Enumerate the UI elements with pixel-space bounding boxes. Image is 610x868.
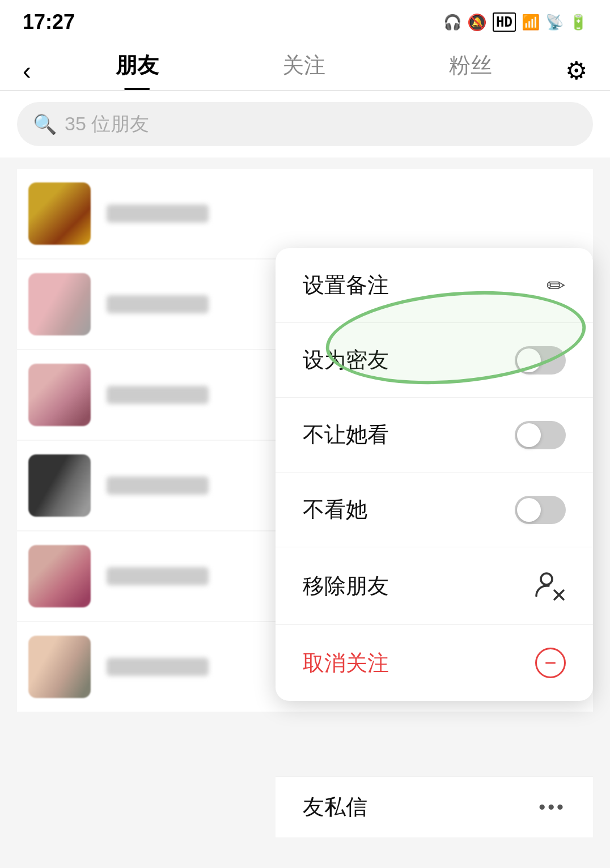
bottom-partial-label: 友私信 (303, 793, 367, 822)
menu-item-label-remove-friend: 移除朋友 (303, 572, 389, 601)
menu-item-label-hide-her: 不看她 (303, 495, 367, 524)
search-bar[interactable]: 🔍 35 位朋友 (17, 102, 593, 146)
avatar (28, 273, 91, 335)
friend-name (107, 295, 209, 313)
bottom-partial-item: 友私信 ••• (276, 776, 593, 837)
settings-button[interactable]: ⚙ (565, 56, 587, 85)
avatar (28, 636, 91, 698)
menu-item-label-close-friend: 设为密友 (303, 346, 389, 375)
context-menu: 设置备注 ✏ 设为密友 不让她看 不看她 移除朋友 (276, 248, 593, 701)
menu-item-close-friend[interactable]: 设为密友 (276, 323, 593, 398)
unfollow-icon: − (535, 648, 566, 678)
avatar (28, 545, 91, 607)
search-container: 🔍 35 位朋友 (0, 91, 610, 158)
tab-fans[interactable]: 粉丝 (449, 51, 492, 90)
status-icons: 🎧 🔕 HD 📶 📡 🔋 (443, 12, 587, 32)
friend-name (107, 476, 209, 495)
menu-item-label-unfollow: 取消关注 (303, 649, 389, 678)
nav-tabs: 朋友 关注 粉丝 (54, 51, 554, 90)
tab-following[interactable]: 关注 (282, 51, 325, 90)
friend-name (107, 567, 209, 585)
remove-user-icon (534, 570, 566, 602)
menu-item-label-set-remark: 设置备注 (303, 271, 389, 300)
friend-name (107, 658, 209, 676)
status-bar: 17:27 🎧 🔕 HD 📶 📡 🔋 (0, 0, 610, 40)
battery-icon: 🔋 (569, 14, 587, 31)
avatar (28, 182, 91, 245)
avatar (28, 364, 91, 426)
mute-icon: 🔕 (467, 13, 487, 32)
friend-name (107, 386, 209, 404)
menu-item-set-remark[interactable]: 设置备注 ✏ (276, 248, 593, 323)
wifi-icon: 📡 (545, 14, 564, 31)
menu-item-unfollow[interactable]: 取消关注 − (276, 625, 593, 701)
status-time: 17:27 (23, 10, 75, 34)
avatar (28, 454, 91, 517)
back-button[interactable]: ‹ (23, 58, 31, 83)
header: ‹ 朋友 关注 粉丝 ⚙ (0, 40, 610, 91)
menu-item-hide-her[interactable]: 不看她 (276, 473, 593, 547)
menu-item-hide-from-her[interactable]: 不让她看 (276, 398, 593, 473)
toggle-hide-from-her[interactable] (515, 421, 566, 449)
menu-item-label-hide-from-her: 不让她看 (303, 420, 389, 449)
signal-icon: 📶 (522, 14, 540, 31)
tab-friends[interactable]: 朋友 (116, 51, 159, 90)
list-item[interactable] (17, 169, 593, 258)
hd-icon: HD (493, 12, 516, 32)
search-icon: 🔍 (33, 113, 57, 135)
search-placeholder: 35 位朋友 (65, 111, 149, 137)
toggle-close-friend[interactable] (515, 346, 566, 375)
edit-icon: ✏ (547, 273, 566, 299)
content-area: 设置备注 ✏ 设为密友 不让她看 不看她 移除朋友 (0, 158, 610, 837)
headphone-icon: 🎧 (443, 14, 461, 31)
more-icon: ••• (539, 796, 566, 818)
svg-point-0 (541, 573, 552, 585)
toggle-hide-her[interactable] (515, 496, 566, 524)
menu-item-remove-friend[interactable]: 移除朋友 (276, 547, 593, 625)
friend-name (107, 205, 209, 223)
